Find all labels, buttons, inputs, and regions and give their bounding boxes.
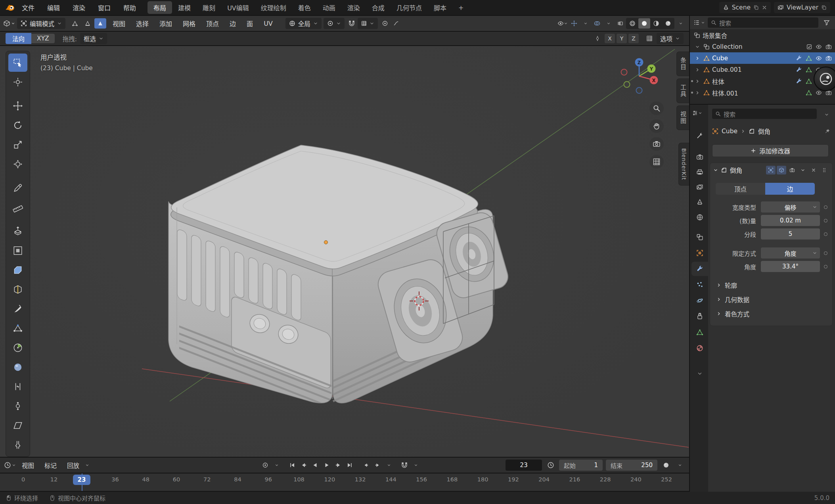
outliner-editor-type-button[interactable] <box>693 17 705 28</box>
chevron-right-icon[interactable] <box>694 67 701 72</box>
play-reverse-button[interactable] <box>310 460 320 470</box>
viewlayer-selector[interactable]: ViewLayer <box>774 2 830 13</box>
properties-search-input[interactable]: 搜索 <box>712 109 817 119</box>
tool-scale[interactable] <box>8 136 27 154</box>
axis-neg-z[interactable] <box>636 88 642 94</box>
tool-rip-region[interactable] <box>8 436 27 454</box>
tab-world[interactable] <box>691 210 708 224</box>
pan-hand-icon[interactable] <box>649 119 664 133</box>
tab-tool[interactable] <box>691 128 708 143</box>
menu-edge[interactable]: 边 <box>225 18 240 29</box>
overlays-toggle[interactable] <box>592 18 602 29</box>
tab-modifiers[interactable] <box>691 262 708 276</box>
mirror-x-toggle[interactable]: X <box>605 34 615 43</box>
display-realtime-toggle[interactable] <box>777 166 786 174</box>
tool-cursor[interactable] <box>8 73 27 91</box>
falloff-dropdown[interactable] <box>391 18 402 29</box>
menu-face[interactable]: 面 <box>242 18 257 29</box>
tab-object-data[interactable] <box>691 325 708 339</box>
camera-view-icon[interactable] <box>649 137 664 151</box>
tab-particles[interactable] <box>691 278 708 292</box>
tab-collection[interactable] <box>691 230 708 244</box>
playhead-badge[interactable]: 23 <box>73 475 90 485</box>
sidebar-tab-view[interactable]: 视图 <box>676 105 689 130</box>
tab-view-layer[interactable] <box>691 180 708 194</box>
mirror-z-toggle[interactable]: Z <box>628 34 639 43</box>
snap-magnet-toggle[interactable] <box>347 18 357 29</box>
outliner-row-collection[interactable]: Collection <box>690 41 835 52</box>
menu-add[interactable]: 添加 <box>155 18 176 29</box>
shading-solid-button[interactable] <box>638 18 650 29</box>
navigation-gizmo[interactable]: Z Y X <box>620 56 658 97</box>
tool-shrink-fatten[interactable] <box>8 397 27 415</box>
tab-edges[interactable]: 边 <box>765 183 815 195</box>
close-icon[interactable] <box>762 5 767 10</box>
prev-keyframe-button[interactable] <box>298 460 309 470</box>
tab-scene[interactable] <box>691 195 708 209</box>
menu-render[interactable]: 渲染 <box>67 2 91 13</box>
sync-sphere-icon[interactable] <box>661 460 671 470</box>
copy-icon[interactable] <box>821 5 827 10</box>
tab-vertices[interactable]: 顶点 <box>716 183 765 195</box>
menu-window[interactable]: 窗口 <box>92 2 117 13</box>
tool-shear[interactable] <box>8 416 27 435</box>
menu-file[interactable]: 文件 <box>16 2 40 13</box>
chevron-right-icon[interactable] <box>694 79 701 84</box>
timeline-menu-view[interactable]: 视图 <box>17 460 38 470</box>
blenderkit-badge[interactable] <box>814 67 835 91</box>
orientation-dropdown[interactable]: 全局 <box>285 18 322 29</box>
sidebar-tab-tool[interactable]: 工具 <box>676 79 689 103</box>
step-back-button[interactable] <box>360 460 371 470</box>
timeline-editor-type-button[interactable] <box>4 460 16 470</box>
workspace-tab-modeling[interactable]: 建模 <box>172 1 197 14</box>
shading-rendered-button[interactable] <box>662 18 674 29</box>
tool-move[interactable] <box>8 97 27 115</box>
tab-strip-more-chevron[interactable] <box>691 366 708 381</box>
eye-icon[interactable] <box>816 55 822 61</box>
sidebar-tab-item[interactable]: 条目 <box>676 52 689 76</box>
tab-output[interactable] <box>691 165 708 179</box>
menu-view[interactable]: 视图 <box>108 18 130 29</box>
limit-method-dropdown[interactable]: 角度 <box>761 247 820 259</box>
model-cube[interactable] <box>169 145 511 408</box>
outliner-row-cube001[interactable]: Cube.001 <box>690 64 835 75</box>
current-frame-field[interactable]: 23 <box>506 460 542 471</box>
tool-extrude-region[interactable] <box>8 222 27 240</box>
mirror-y-toggle[interactable]: Y <box>617 34 627 43</box>
timeline-menu-playback[interactable]: 回放 <box>63 460 84 470</box>
camera-icon[interactable] <box>825 44 832 50</box>
tool-measure[interactable] <box>8 198 27 217</box>
checkbox-icon[interactable] <box>806 44 812 50</box>
tool-select-box[interactable] <box>8 54 27 72</box>
menu-edit[interactable]: 编辑 <box>41 2 66 13</box>
tool-transform[interactable] <box>8 155 27 173</box>
workspace-tab-sculpting[interactable]: 雕刻 <box>197 1 221 14</box>
mesh-data-icon[interactable] <box>806 78 812 84</box>
ortho-grid-icon[interactable] <box>649 155 664 169</box>
visibility-dropdown[interactable] <box>557 18 568 29</box>
workspace-tab-texture-paint[interactable]: 纹理绘制 <box>255 1 292 14</box>
workspace-tab-uv[interactable]: UV编辑 <box>221 1 255 14</box>
chevron-right-icon[interactable] <box>694 90 701 95</box>
sync-dropdown[interactable] <box>674 460 685 470</box>
modifier-close-button[interactable] <box>809 166 818 174</box>
tool-poly-build[interactable] <box>8 319 27 337</box>
properties-editor-type-button[interactable] <box>691 108 702 118</box>
keying-dropdown[interactable] <box>271 460 282 470</box>
workspace-tab-geometry-nodes[interactable]: 几何节点 <box>391 1 428 14</box>
animate-dot[interactable] <box>824 205 827 209</box>
tab-material[interactable] <box>691 341 708 355</box>
keying-circle-icon[interactable] <box>260 460 270 470</box>
viewport-3d[interactable]: 用户透视 (23) Cube | Cube Z Y X <box>0 46 689 457</box>
face-select-button[interactable] <box>94 18 106 29</box>
axis-neg-x[interactable] <box>621 69 627 75</box>
viewport-canvas[interactable] <box>0 46 689 457</box>
display-render-toggle[interactable] <box>787 166 797 174</box>
timeline-menu-marker[interactable]: 标记 <box>40 460 61 470</box>
play-button[interactable] <box>321 460 332 470</box>
angle-field[interactable]: 33.4° <box>761 261 820 272</box>
tab-render[interactable] <box>691 150 708 164</box>
tool-annotate[interactable] <box>8 179 27 197</box>
shading-dropdown[interactable] <box>675 18 686 29</box>
tool-smooth[interactable] <box>8 358 27 376</box>
